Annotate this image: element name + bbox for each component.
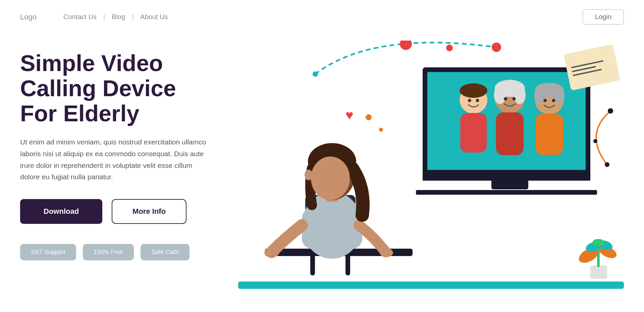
svg-point-17 (504, 97, 507, 101)
svg-point-3 (313, 71, 318, 77)
svg-point-38 (311, 157, 350, 200)
more-info-button[interactable]: More Info (112, 199, 186, 224)
svg-point-2 (400, 41, 412, 50)
svg-rect-9 (460, 113, 487, 152)
svg-point-15 (514, 86, 526, 104)
svg-point-10 (468, 99, 471, 102)
monitor-people (427, 67, 586, 170)
svg-point-11 (476, 99, 479, 102)
monitor (423, 67, 597, 195)
plant-decoration (577, 229, 621, 282)
hero-buttons: Download More Info (20, 199, 238, 224)
svg-rect-23 (536, 114, 564, 155)
svg-point-25 (552, 99, 555, 102)
woman-illustration (245, 81, 413, 289)
logo: Logo (20, 13, 37, 21)
hero-title: Simple Video Calling Device For Elderly (20, 51, 215, 126)
svg-point-32 (264, 248, 279, 257)
navbar: Logo Contact Us | Blog | About Us Login (0, 0, 644, 34)
svg-point-0 (492, 43, 501, 52)
svg-point-8 (460, 83, 487, 98)
svg-point-18 (513, 97, 516, 101)
nav-about-us[interactable]: About Us (140, 13, 168, 21)
nav-sep-1: | (103, 13, 105, 21)
hero-badges: 24/7 Support 100% Free Safe Calls (20, 244, 238, 260)
svg-point-21 (534, 88, 545, 104)
svg-point-24 (543, 99, 547, 102)
badge-support: 24/7 Support (20, 244, 76, 260)
nav-sep-2: | (132, 13, 133, 21)
nav-contact-us[interactable]: Contact Us (63, 13, 97, 21)
hero-left: Simple Video Calling Device For Elderly … (20, 41, 238, 309)
monitor-screen (423, 67, 590, 175)
nav-blog[interactable]: Blog (112, 13, 125, 21)
badge-free: 100% Free (83, 244, 134, 260)
svg-point-22 (554, 88, 565, 104)
svg-rect-31 (302, 208, 362, 249)
svg-rect-16 (496, 112, 524, 155)
svg-point-33 (380, 248, 393, 257)
nav-links: Contact Us | Blog | About Us (63, 13, 583, 21)
badge-safe: Safe Calls (141, 244, 190, 260)
login-button[interactable]: Login (583, 9, 624, 24)
hero-description: Ut enim ad minim veniam, quis nostrud ex… (20, 136, 208, 183)
svg-point-14 (494, 86, 506, 104)
svg-point-45 (592, 239, 604, 246)
svg-point-4 (608, 108, 613, 114)
svg-point-6 (605, 162, 609, 167)
hero-section: Simple Video Calling Device For Elderly … (0, 34, 644, 309)
download-button[interactable]: Download (20, 199, 102, 224)
svg-rect-39 (590, 265, 607, 279)
desk-teal (238, 282, 624, 289)
hero-illustration: ♥ ♥ ♥ (238, 41, 624, 309)
svg-point-1 (446, 45, 453, 51)
speech-bubble (564, 44, 621, 91)
